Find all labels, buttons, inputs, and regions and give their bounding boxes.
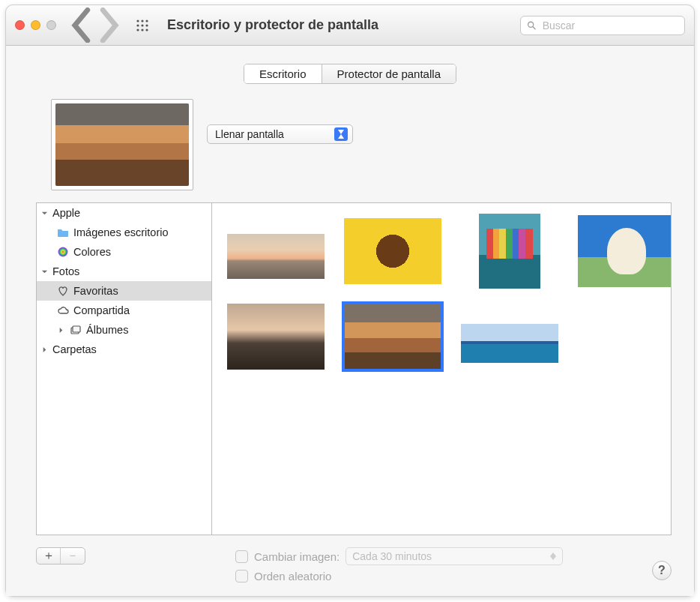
- add-folder-button[interactable]: ＋: [37, 548, 61, 564]
- change-image-checkbox[interactable]: [235, 550, 248, 563]
- change-interval-dropdown: Cada 30 minutos: [346, 547, 563, 565]
- sidebar-item-colors[interactable]: Colores: [37, 242, 211, 262]
- svg-point-11: [58, 247, 68, 257]
- svg-point-5: [145, 24, 148, 26]
- svg-point-3: [136, 24, 139, 26]
- toolbar: Escritorio y protector de pantalla: [6, 5, 694, 46]
- nav-buttons: [70, 16, 121, 35]
- heart-icon: [56, 284, 70, 298]
- thumbnail-coastal-sea[interactable]: [461, 324, 558, 363]
- main-split: Apple Imágenes escritorio Colores Fotos …: [6, 198, 694, 541]
- sidebar-item-label: Favoritas: [73, 285, 118, 297]
- tab-bar: Escritorio Protector de pantalla: [6, 46, 694, 84]
- change-image-row: Cambiar imagen: Cada 30 minutos: [235, 547, 563, 565]
- thumbnail-sunset-panorama[interactable]: [227, 234, 325, 279]
- sidebar-group-apple[interactable]: Apple: [37, 203, 211, 223]
- svg-point-7: [141, 28, 143, 31]
- forward-button[interactable]: [95, 16, 121, 35]
- chevron-right-icon: [40, 345, 49, 354]
- content-area: Escritorio Protector de pantalla Llenar …: [6, 46, 694, 596]
- sidebar-item-shared[interactable]: Compartida: [37, 301, 211, 320]
- svg-rect-13: [73, 326, 80, 332]
- tab-desktop[interactable]: Escritorio: [244, 64, 322, 83]
- svg-point-1: [141, 19, 143, 22]
- random-order-label: Orden aleatorio: [254, 570, 331, 583]
- zoom-window-button: [46, 20, 56, 30]
- sidebar-item-label: Colores: [73, 246, 111, 258]
- thumbnail-laundry-line[interactable]: [479, 214, 540, 289]
- search-icon: [527, 20, 537, 31]
- change-image-label: Cambiar imagen:: [254, 550, 340, 563]
- thumbnail-desert-dunes[interactable]: [344, 304, 441, 370]
- sidebar-item-favorites[interactable]: Favoritas: [37, 281, 211, 301]
- sidebar-item-label: Compartida: [73, 304, 130, 316]
- svg-point-4: [141, 24, 143, 26]
- dropdown-stepper-icon: [334, 127, 348, 141]
- svg-point-2: [145, 19, 148, 22]
- back-button[interactable]: [70, 16, 95, 35]
- preview-row: Llenar pantalla: [6, 84, 694, 198]
- remove-folder-button: －: [61, 548, 85, 564]
- random-order-checkbox: [235, 570, 248, 583]
- search-field[interactable]: [520, 16, 685, 35]
- thumbnail-gallery: [212, 202, 672, 535]
- change-options: Cambiar imagen: Cada 30 minutos Orden al…: [235, 547, 563, 583]
- wallpaper-preview-image: [55, 103, 189, 186]
- fill-mode-dropdown[interactable]: Llenar pantalla: [207, 124, 353, 144]
- preferences-window: Escritorio y protector de pantalla Escri…: [5, 4, 695, 597]
- segmented-tabs: Escritorio Protector de pantalla: [244, 64, 456, 84]
- chevron-down-icon: [40, 267, 49, 276]
- search-input[interactable]: [541, 19, 678, 32]
- svg-point-6: [136, 28, 139, 31]
- source-sidebar[interactable]: Apple Imágenes escritorio Colores Fotos …: [36, 202, 212, 535]
- close-window-button[interactable]: [15, 20, 25, 30]
- change-interval-label: Cada 30 minutos: [352, 550, 432, 562]
- chevron-down-icon: [40, 208, 49, 217]
- help-button[interactable]: ?: [652, 561, 672, 580]
- thumbnail-silhouette-sunset[interactable]: [227, 304, 325, 370]
- window-title: Escritorio y protector de pantalla: [167, 17, 378, 33]
- random-order-row: Orden aleatorio: [235, 570, 563, 583]
- sidebar-group-folders[interactable]: Carpetas: [37, 340, 211, 359]
- sidebar-group-photos[interactable]: Fotos: [37, 262, 211, 281]
- minimize-window-button[interactable]: [31, 20, 40, 30]
- bottom-bar: ＋ － Cambiar imagen: Cada 30 minutos: [6, 541, 694, 596]
- chevron-right-icon: [56, 325, 65, 334]
- fill-mode-label: Llenar pantalla: [215, 128, 284, 140]
- stack-icon: [69, 323, 82, 337]
- svg-line-10: [533, 26, 535, 28]
- sidebar-label-folders: Carpetas: [52, 343, 97, 355]
- sidebar-item-label: Imágenes escritorio: [73, 226, 169, 238]
- current-wallpaper-preview: [51, 99, 193, 190]
- sidebar-label-apple: Apple: [52, 207, 80, 219]
- show-all-button[interactable]: [131, 16, 154, 35]
- color-wheel-icon: [56, 245, 70, 259]
- thumbnail-sunflower[interactable]: [344, 218, 441, 284]
- sidebar-label-photos: Fotos: [52, 265, 79, 277]
- sidebar-item-label: Álbumes: [86, 324, 128, 336]
- add-remove-buttons: ＋ －: [36, 547, 85, 565]
- sidebar-item-albums[interactable]: Álbumes: [37, 320, 211, 340]
- thumbnail-dog-windblown[interactable]: [578, 215, 672, 287]
- dropdown-arrows-icon: [550, 553, 556, 560]
- tab-screensaver[interactable]: Protector de pantalla: [322, 64, 456, 83]
- cloud-icon: [56, 304, 70, 317]
- folder-icon: [56, 226, 70, 239]
- sidebar-item-desktop-pictures[interactable]: Imágenes escritorio: [37, 223, 211, 242]
- svg-point-0: [136, 19, 139, 22]
- svg-point-8: [145, 28, 148, 31]
- window-controls: [15, 20, 56, 30]
